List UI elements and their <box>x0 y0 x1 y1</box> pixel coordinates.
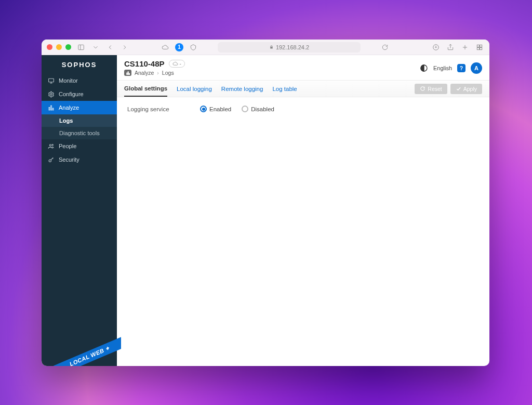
tab-overview-button[interactable] <box>475 43 484 52</box>
lock-icon <box>269 45 274 49</box>
sidebar-item-monitor[interactable]: Monitor <box>42 74 117 87</box>
svg-point-13 <box>50 93 52 95</box>
svg-point-19 <box>49 159 51 161</box>
svg-point-18 <box>52 144 53 145</box>
radio-label: Enabled <box>209 106 231 112</box>
check-icon <box>456 86 461 92</box>
main-content: CS110-48P - Analyze › <box>117 55 489 366</box>
onepassword-icon[interactable]: 1 <box>175 43 183 51</box>
back-button[interactable] <box>105 43 115 52</box>
theme-toggle-icon[interactable] <box>420 64 428 72</box>
sidebar: SOPHOS Monitor Configure Analyze <box>42 55 117 366</box>
radio-label: Disabled <box>251 106 274 112</box>
settings-panel: Logging service Enabled Disabled <box>117 97 489 121</box>
radio-dot-icon <box>200 106 207 112</box>
tab-remote-logging[interactable]: Remote logging <box>221 82 263 96</box>
key-icon <box>48 156 55 163</box>
downloads-icon[interactable] <box>431 43 441 52</box>
url-text: 192.168.24.2 <box>276 44 309 50</box>
forward-button[interactable] <box>120 43 129 52</box>
tab-local-logging[interactable]: Local logging <box>177 82 212 96</box>
monitor-icon <box>48 77 55 84</box>
tab-bar: Global settings Local logging Remote log… <box>117 81 489 97</box>
logging-service-label: Logging service <box>127 106 179 112</box>
sidebar-item-label: Monitor <box>59 77 78 84</box>
close-window-button[interactable] <box>47 44 52 50</box>
svg-rect-15 <box>51 106 52 110</box>
refresh-icon <box>420 86 425 92</box>
sidebar-item-label: Configure <box>59 91 84 97</box>
svg-rect-16 <box>52 108 54 110</box>
analyze-icon <box>48 104 55 111</box>
svg-rect-14 <box>49 107 50 110</box>
sidebar-sub-diagnostic[interactable]: Diagnostic tools <box>42 127 117 139</box>
reload-button[interactable] <box>380 43 390 52</box>
svg-rect-0 <box>78 45 84 49</box>
tab-log-table[interactable]: Log table <box>272 82 297 96</box>
tab-global-settings[interactable]: Global settings <box>124 81 167 97</box>
gear-icon <box>48 91 55 98</box>
language-selector[interactable]: English <box>433 65 452 71</box>
new-tab-button[interactable] <box>460 43 470 52</box>
icloud-icon[interactable] <box>161 43 170 52</box>
svg-rect-9 <box>480 47 482 49</box>
svg-rect-22 <box>129 73 129 74</box>
breadcrumb-item: Logs <box>162 70 174 76</box>
breadcrumb: Analyze › Logs <box>124 70 420 76</box>
cloud-icon <box>172 61 178 67</box>
device-title: CS110-48P <box>124 59 165 68</box>
help-button[interactable]: ? <box>457 64 466 72</box>
breadcrumb-icon <box>124 70 131 76</box>
svg-rect-7 <box>480 45 482 47</box>
sidebar-item-label: People <box>59 143 76 149</box>
local-web-ribbon: LOCAL WEB ⌖ <box>54 334 121 366</box>
sidebar-item-security[interactable]: Security <box>42 153 117 166</box>
sidebar-item-configure[interactable]: Configure <box>42 87 117 101</box>
address-bar[interactable]: 192.168.24.2 <box>218 42 361 53</box>
logging-service-row: Logging service Enabled Disabled <box>127 106 479 112</box>
svg-rect-21 <box>128 71 128 74</box>
zoom-window-button[interactable] <box>65 44 71 50</box>
chevron-right-icon: › <box>157 70 159 76</box>
share-icon[interactable] <box>446 43 455 52</box>
window-controls <box>47 44 71 50</box>
sidebar-sub-label: Diagnostic tools <box>59 130 100 136</box>
svg-point-17 <box>49 144 51 146</box>
reset-button[interactable]: Reset <box>415 84 447 94</box>
minimize-window-button[interactable] <box>56 44 62 50</box>
breadcrumb-item[interactable]: Analyze <box>135 70 154 76</box>
titlebar: 1 192.168.24.2 <box>42 40 489 55</box>
privacy-report-icon[interactable] <box>189 43 198 52</box>
svg-rect-8 <box>477 47 479 49</box>
sidebar-item-analyze[interactable]: Analyze <box>42 101 117 114</box>
people-icon <box>48 143 55 150</box>
sidebar-item-label: Security <box>59 156 79 163</box>
avatar[interactable]: A <box>471 62 482 74</box>
svg-rect-6 <box>477 45 479 47</box>
tab-dropdown-button[interactable] <box>91 43 100 52</box>
cloud-status-chip[interactable]: - <box>169 60 185 68</box>
svg-rect-10 <box>49 79 54 82</box>
sidebar-sub-label: Logs <box>59 117 73 124</box>
brand-logo: SOPHOS <box>42 55 117 74</box>
sidebar-toggle-button[interactable] <box>76 43 86 52</box>
browser-window: 1 192.168.24.2 <box>42 40 489 366</box>
sidebar-item-label: Analyze <box>59 104 79 111</box>
radio-dot-icon <box>242 106 248 112</box>
apply-button[interactable]: Apply <box>450 84 482 94</box>
radio-disabled[interactable]: Disabled <box>242 106 274 112</box>
sidebar-item-people[interactable]: People <box>42 139 117 153</box>
page-header: CS110-48P - Analyze › <box>117 55 489 81</box>
svg-rect-20 <box>126 73 127 74</box>
logging-service-radio-group: Enabled Disabled <box>200 106 274 112</box>
sidebar-sub-logs[interactable]: Logs <box>42 114 117 127</box>
radio-enabled[interactable]: Enabled <box>200 106 231 112</box>
